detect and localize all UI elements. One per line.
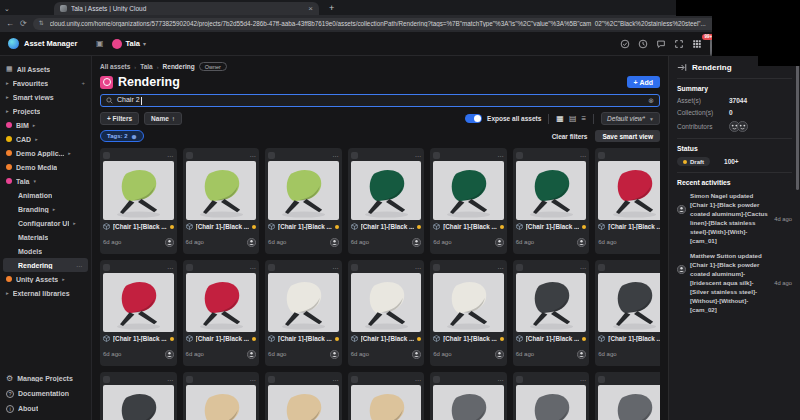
asset-card[interactable]: ⋯[Chair 1]-[Black ...6d ago	[265, 148, 342, 254]
clear-filters-button[interactable]: Clear filters	[552, 133, 588, 140]
card-checkbox[interactable]	[268, 152, 275, 159]
asset-card[interactable]: ⋯[Chair 1]-[Black ...6d ago	[100, 260, 177, 366]
org-name[interactable]: Tala	[126, 39, 140, 48]
add-button[interactable]: + Add	[627, 76, 660, 88]
sidebar-item-projects[interactable]: ▸Projects	[0, 104, 91, 118]
card-menu-icon[interactable]: ⋯	[497, 264, 504, 271]
card-checkbox[interactable]	[103, 152, 110, 159]
card-checkbox[interactable]	[186, 264, 193, 271]
new-tab-button[interactable]: +	[329, 3, 334, 13]
site-info-icon[interactable]: ⇅	[39, 20, 46, 27]
remove-tag-icon[interactable]: ⊗	[132, 133, 137, 140]
contributor-avatars[interactable]	[729, 121, 748, 132]
sidebar-toggle-icon[interactable]: ▣	[96, 39, 104, 48]
card-menu-icon[interactable]: ⋯	[580, 264, 587, 271]
card-checkbox[interactable]	[433, 152, 440, 159]
card-checkbox[interactable]	[268, 264, 275, 271]
tags-filter-pill[interactable]: Tags: 2⊗	[100, 130, 144, 142]
grid-view-icon[interactable]: ▦	[556, 115, 564, 123]
card-checkbox[interactable]	[103, 376, 110, 383]
browser-tab[interactable]: Tala | Assets | Unity Cloud ×	[54, 2, 319, 15]
card-menu-icon[interactable]: ⋯	[415, 152, 422, 159]
asset-card[interactable]: ⋯[Chair 1]-[Black ...6d ago	[183, 372, 260, 420]
sidebar-item-materials[interactable]: Materials	[0, 230, 91, 244]
sort-button[interactable]: Name↑	[144, 112, 182, 125]
sidebar-item-tala[interactable]: Tala▾	[0, 174, 91, 188]
card-checkbox[interactable]	[433, 376, 440, 383]
card-checkbox[interactable]	[598, 376, 605, 383]
card-checkbox[interactable]	[103, 264, 110, 271]
sidebar-item-models[interactable]: Models	[0, 244, 91, 258]
sidebar-item-unity-assets[interactable]: Unity Assets▸	[0, 272, 91, 286]
sidebar-footer-documentation[interactable]: ?Documentation	[0, 386, 91, 401]
save-smart-view-button[interactable]: Save smart view	[595, 130, 660, 142]
sidebar-item-bim[interactable]: BIM▸	[0, 118, 91, 132]
breadcrumb-tala[interactable]: Tala	[140, 63, 153, 70]
card-menu-icon[interactable]: ⋯	[497, 152, 504, 159]
add-favourite-icon[interactable]: +	[81, 80, 85, 86]
fullscreen-icon[interactable]	[674, 39, 684, 49]
card-checkbox[interactable]	[598, 264, 605, 271]
asset-card[interactable]: ⋯[Chair 1]-[Black ...6d ago	[183, 260, 260, 366]
activity-item[interactable]: Simon Nagel updated [Chair 1]-[Black pow…	[677, 192, 792, 246]
card-menu-icon[interactable]: ⋯	[250, 264, 257, 271]
asset-card[interactable]: ⋯[Chair 1]-[Black ...6d ago	[430, 260, 507, 366]
app-brand[interactable]: Asset Manager	[0, 38, 92, 49]
tab-close-icon[interactable]: ×	[308, 5, 313, 13]
breadcrumb-rendering[interactable]: Rendering	[163, 63, 195, 70]
card-checkbox[interactable]	[351, 152, 358, 159]
tab-search-chevron-icon[interactable]: ⌄	[0, 2, 14, 15]
card-menu-icon[interactable]: ⋯	[167, 152, 174, 159]
detail-view-icon[interactable]: ▤	[569, 115, 577, 123]
card-checkbox[interactable]	[516, 376, 523, 383]
asset-card[interactable]: ⋯[Chair 1]-[Black ...6d ago	[348, 148, 425, 254]
card-checkbox[interactable]	[433, 264, 440, 271]
feedback-chat-icon[interactable]	[656, 39, 666, 49]
card-checkbox[interactable]	[268, 376, 275, 383]
collapse-panel-icon[interactable]	[677, 63, 687, 72]
filters-button[interactable]: + Filters	[100, 112, 139, 125]
asset-card[interactable]: ⋯[Chair 1]-[Black ...6d ago	[183, 148, 260, 254]
card-checkbox[interactable]	[186, 152, 193, 159]
panel-scrollbar[interactable]	[796, 62, 799, 190]
card-menu-icon[interactable]: ⋯	[580, 152, 587, 159]
asset-card[interactable]: ⋯[Chair 1]-[Black ...6d ago	[265, 260, 342, 366]
card-checkbox[interactable]	[186, 376, 193, 383]
card-checkbox[interactable]	[351, 264, 358, 271]
asset-card[interactable]: ⋯[Chair 1]-[Black ...6d ago	[595, 148, 660, 254]
card-menu-icon[interactable]: ⋯	[332, 264, 339, 271]
activity-item[interactable]: Matthew Sutton updated [Chair 1]-[Black …	[677, 252, 792, 315]
asset-card[interactable]: ⋯[Chair 1]-[Black ...6d ago	[100, 372, 177, 420]
sidebar-item-external-libraries[interactable]: ▸External libraries	[0, 286, 91, 300]
sidebar-item-all-assets[interactable]: ▦All Assets	[0, 62, 91, 76]
card-menu-icon[interactable]: ⋯	[167, 264, 174, 271]
sidebar-item-branding[interactable]: Branding▸	[0, 202, 91, 216]
asset-card[interactable]: ⋯[Chair 1]-[Black ...6d ago	[595, 372, 660, 420]
sidebar-footer-manage-projects[interactable]: ⚙Manage Projects	[0, 371, 91, 386]
sidebar-item-favourites[interactable]: ▸Favourites+	[0, 76, 91, 90]
asset-card[interactable]: ⋯[Chair 1]-[Black ...6d ago	[348, 260, 425, 366]
check-circle-icon[interactable]	[620, 39, 630, 49]
card-menu-icon[interactable]: ⋯	[332, 152, 339, 159]
asset-card[interactable]: ⋯[Chair 1]-[Black ...6d ago	[100, 148, 177, 254]
card-menu-icon[interactable]: ⋯	[415, 264, 422, 271]
card-checkbox[interactable]	[598, 152, 605, 159]
asset-card[interactable]: ⋯[Chair 1]-[Black ...6d ago	[265, 372, 342, 420]
list-view-icon[interactable]: ≡	[581, 115, 586, 123]
asset-card[interactable]: ⋯[Chair 1]-[Black ...6d ago	[513, 148, 590, 254]
card-menu-icon[interactable]: ⋯	[167, 376, 174, 383]
card-menu-icon[interactable]: ⋯	[580, 376, 587, 383]
sidebar-item-rendering[interactable]: Rendering⋯	[3, 258, 88, 272]
asset-card[interactable]: ⋯[Chair 1]-[Black ...6d ago	[430, 148, 507, 254]
org-chevron-down-icon[interactable]: ▾	[143, 40, 146, 47]
card-checkbox[interactable]	[516, 264, 523, 271]
sidebar-item-animation[interactable]: Animation	[0, 188, 91, 202]
asset-card[interactable]: ⋯[Chair 1]-[Black ...6d ago	[348, 372, 425, 420]
card-menu-icon[interactable]: ⋯	[415, 376, 422, 383]
search-input[interactable]: Chair 2 ⊗	[100, 94, 660, 107]
sidebar-item-smart-views[interactable]: ▸Smart views	[0, 90, 91, 104]
card-menu-icon[interactable]: ⋯	[332, 376, 339, 383]
clock-icon[interactable]	[638, 39, 648, 49]
clear-search-icon[interactable]: ⊗	[648, 97, 654, 105]
sidebar-item-demo-media[interactable]: Demo Media	[0, 160, 91, 174]
